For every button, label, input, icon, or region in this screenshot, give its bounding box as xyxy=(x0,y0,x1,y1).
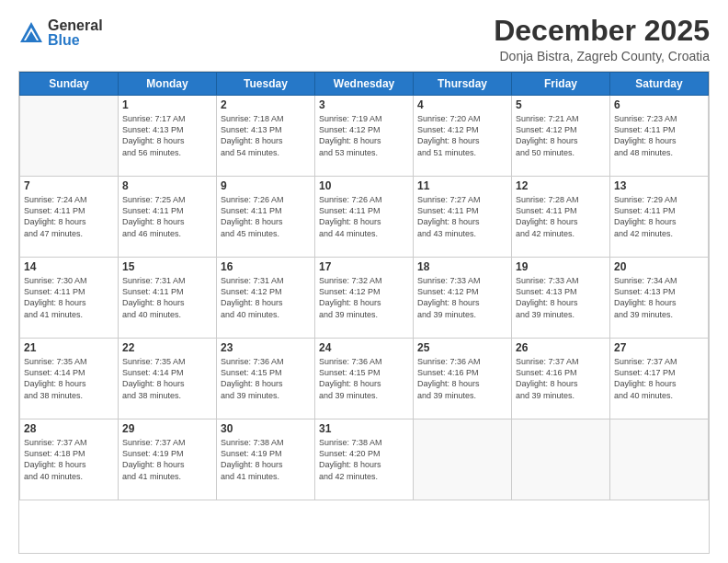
day-number: 31 xyxy=(319,422,409,435)
cell-info-line: Sunrise: 7:37 AM xyxy=(614,356,704,367)
day-number: 1 xyxy=(122,98,212,111)
cal-cell: 4Sunrise: 7:20 AMSunset: 4:12 PMDaylight… xyxy=(414,96,512,177)
cell-info: Sunrise: 7:21 AMSunset: 4:12 PMDaylight:… xyxy=(516,113,606,158)
cell-info: Sunrise: 7:31 AMSunset: 4:11 PMDaylight:… xyxy=(122,275,212,320)
day-number: 11 xyxy=(417,179,507,192)
cal-cell: 30Sunrise: 7:38 AMSunset: 4:19 PMDayligh… xyxy=(217,419,315,500)
day-number: 29 xyxy=(122,422,212,435)
cell-info-line: and 54 minutes. xyxy=(221,147,311,158)
day-number: 26 xyxy=(516,341,606,354)
week-row-3: 21Sunrise: 7:35 AMSunset: 4:14 PMDayligh… xyxy=(20,339,709,419)
page: General Blue December 2025 Donja Bistra,… xyxy=(0,0,728,563)
cell-info-line: Daylight: 8 hours xyxy=(122,297,212,308)
cell-info-line: Daylight: 8 hours xyxy=(614,135,704,146)
cell-info-line: and 41 minutes. xyxy=(24,309,114,320)
cell-info: Sunrise: 7:36 AMSunset: 4:16 PMDaylight:… xyxy=(417,356,507,401)
cell-info-line: Sunset: 4:13 PM xyxy=(516,286,606,297)
cell-info-line: and 41 minutes. xyxy=(122,471,212,482)
day-number: 19 xyxy=(516,260,606,273)
cell-info-line: Sunrise: 7:37 AM xyxy=(122,437,212,448)
cell-info-line: Sunrise: 7:38 AM xyxy=(221,437,311,448)
cell-info-line: Daylight: 8 hours xyxy=(221,135,311,146)
cal-cell: 26Sunrise: 7:37 AMSunset: 4:16 PMDayligh… xyxy=(512,339,610,419)
cell-info-line: and 50 minutes. xyxy=(516,147,606,158)
cell-info-line: and 42 minutes. xyxy=(319,471,409,482)
cell-info-line: and 39 minutes. xyxy=(516,309,606,320)
generalblue-icon xyxy=(18,20,44,46)
day-number: 16 xyxy=(221,260,311,273)
cal-cell: 31Sunrise: 7:38 AMSunset: 4:20 PMDayligh… xyxy=(315,419,414,500)
cal-cell: 17Sunrise: 7:32 AMSunset: 4:12 PMDayligh… xyxy=(315,258,414,339)
cell-info-line: and 39 minutes. xyxy=(319,309,409,320)
cell-info-line: and 43 minutes. xyxy=(417,228,507,239)
title-area: December 2025 Donja Bistra, Zagreb Count… xyxy=(494,15,710,63)
cell-info-line: Sunrise: 7:28 AM xyxy=(516,194,606,205)
cell-info-line: and 48 minutes. xyxy=(614,147,704,158)
cell-info-line: and 40 minutes. xyxy=(122,309,212,320)
cell-info: Sunrise: 7:17 AMSunset: 4:13 PMDaylight:… xyxy=(122,113,212,158)
cell-info-line: Daylight: 8 hours xyxy=(614,216,704,227)
cell-info-line: Sunrise: 7:36 AM xyxy=(319,356,409,367)
calendar: SundayMondayTuesdayWednesdayThursdayFrid… xyxy=(18,71,710,554)
logo-general: General xyxy=(48,18,103,33)
cell-info-line: Daylight: 8 hours xyxy=(122,135,212,146)
cal-cell: 9Sunrise: 7:26 AMSunset: 4:11 PMDaylight… xyxy=(217,177,315,258)
day-number: 15 xyxy=(122,260,212,273)
cell-info-line: Daylight: 8 hours xyxy=(24,216,114,227)
cell-info: Sunrise: 7:38 AMSunset: 4:19 PMDaylight:… xyxy=(221,437,311,482)
cell-info: Sunrise: 7:27 AMSunset: 4:11 PMDaylight:… xyxy=(417,194,507,239)
cal-cell xyxy=(512,419,610,500)
cal-cell: 25Sunrise: 7:36 AMSunset: 4:16 PMDayligh… xyxy=(414,339,512,419)
cell-info: Sunrise: 7:26 AMSunset: 4:11 PMDaylight:… xyxy=(221,194,311,239)
cell-info-line: Daylight: 8 hours xyxy=(319,378,409,389)
cell-info-line: Daylight: 8 hours xyxy=(319,459,409,470)
week-row-1: 7Sunrise: 7:24 AMSunset: 4:11 PMDaylight… xyxy=(20,177,709,258)
day-number: 27 xyxy=(614,341,704,354)
cell-info-line: Daylight: 8 hours xyxy=(614,378,704,389)
cal-cell: 24Sunrise: 7:36 AMSunset: 4:15 PMDayligh… xyxy=(315,339,414,419)
cal-cell xyxy=(610,419,709,500)
week-row-0: 1Sunrise: 7:17 AMSunset: 4:13 PMDaylight… xyxy=(20,96,709,177)
cell-info-line: Sunrise: 7:23 AM xyxy=(614,113,704,124)
cell-info-line: Sunset: 4:11 PM xyxy=(417,205,507,216)
cal-cell: 10Sunrise: 7:26 AMSunset: 4:11 PMDayligh… xyxy=(315,177,414,258)
cell-info-line: Daylight: 8 hours xyxy=(417,135,507,146)
cal-cell: 19Sunrise: 7:33 AMSunset: 4:13 PMDayligh… xyxy=(512,258,610,339)
cell-info: Sunrise: 7:35 AMSunset: 4:14 PMDaylight:… xyxy=(122,356,212,401)
cal-cell: 22Sunrise: 7:35 AMSunset: 4:14 PMDayligh… xyxy=(119,339,217,419)
cell-info: Sunrise: 7:30 AMSunset: 4:11 PMDaylight:… xyxy=(24,275,114,320)
cell-info-line: Sunset: 4:14 PM xyxy=(122,367,212,378)
cell-info-line: Sunrise: 7:29 AM xyxy=(614,194,704,205)
cal-cell: 29Sunrise: 7:37 AMSunset: 4:19 PMDayligh… xyxy=(119,419,217,500)
day-number: 13 xyxy=(614,179,704,192)
cal-cell: 18Sunrise: 7:33 AMSunset: 4:12 PMDayligh… xyxy=(414,258,512,339)
cell-info: Sunrise: 7:37 AMSunset: 4:19 PMDaylight:… xyxy=(122,437,212,482)
cell-info: Sunrise: 7:35 AMSunset: 4:14 PMDaylight:… xyxy=(24,356,114,401)
cell-info-line: and 39 minutes. xyxy=(614,309,704,320)
day-header-wednesday: Wednesday xyxy=(315,73,414,96)
cell-info-line: Daylight: 8 hours xyxy=(122,216,212,227)
cal-cell: 2Sunrise: 7:18 AMSunset: 4:13 PMDaylight… xyxy=(217,96,315,177)
day-header-friday: Friday xyxy=(512,73,610,96)
cell-info-line: Sunset: 4:13 PM xyxy=(221,124,311,135)
day-header-saturday: Saturday xyxy=(610,73,709,96)
cell-info: Sunrise: 7:37 AMSunset: 4:18 PMDaylight:… xyxy=(24,437,114,482)
cell-info-line: Sunrise: 7:30 AM xyxy=(24,275,114,286)
day-number: 28 xyxy=(24,422,114,435)
cal-cell: 15Sunrise: 7:31 AMSunset: 4:11 PMDayligh… xyxy=(119,258,217,339)
week-row-2: 14Sunrise: 7:30 AMSunset: 4:11 PMDayligh… xyxy=(20,258,709,339)
cell-info-line: and 42 minutes. xyxy=(516,228,606,239)
cal-cell: 11Sunrise: 7:27 AMSunset: 4:11 PMDayligh… xyxy=(414,177,512,258)
cell-info-line: and 53 minutes. xyxy=(319,147,409,158)
cell-info-line: Sunrise: 7:37 AM xyxy=(516,356,606,367)
cal-cell: 3Sunrise: 7:19 AMSunset: 4:12 PMDaylight… xyxy=(315,96,414,177)
logo: General Blue xyxy=(18,18,103,48)
cal-cell: 12Sunrise: 7:28 AMSunset: 4:11 PMDayligh… xyxy=(512,177,610,258)
day-number: 6 xyxy=(614,98,704,111)
cell-info-line: Sunrise: 7:33 AM xyxy=(516,275,606,286)
cell-info-line: Sunrise: 7:25 AM xyxy=(122,194,212,205)
cell-info: Sunrise: 7:24 AMSunset: 4:11 PMDaylight:… xyxy=(24,194,114,239)
calendar-table: SundayMondayTuesdayWednesdayThursdayFrid… xyxy=(19,72,709,500)
cell-info-line: Sunset: 4:20 PM xyxy=(319,448,409,459)
cell-info-line: Sunset: 4:11 PM xyxy=(516,205,606,216)
